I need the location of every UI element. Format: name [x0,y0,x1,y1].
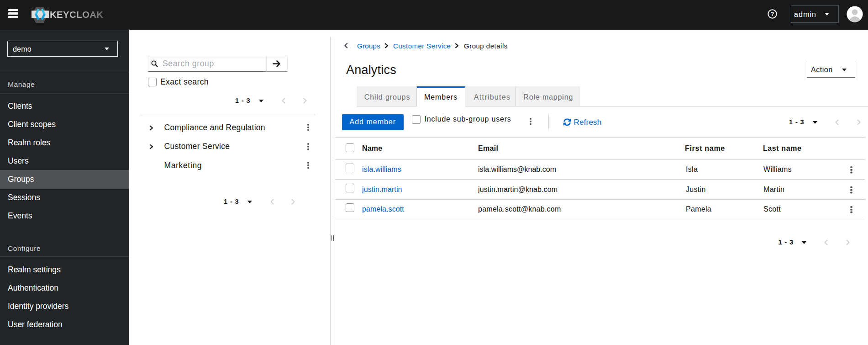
svg-text:?: ? [771,11,774,17]
